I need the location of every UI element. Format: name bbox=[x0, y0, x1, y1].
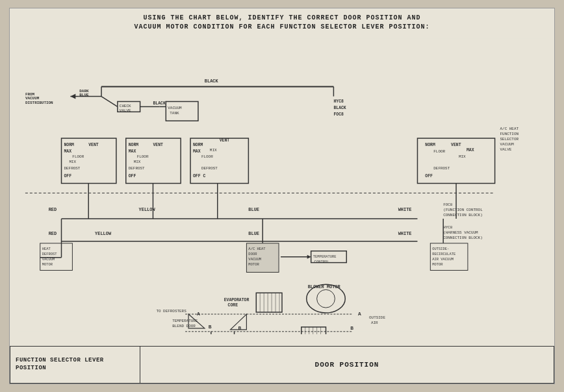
svg-text:VACUUM: VACUUM bbox=[248, 257, 261, 262]
svg-text:DISTRIBUTION: DISTRIBUTION bbox=[25, 101, 53, 105]
header-line2: VACUUM MOTOR CONDITION FOR EACH FUNCTION… bbox=[18, 23, 546, 32]
svg-text:BLACK: BLACK bbox=[153, 101, 165, 106]
door-position-label: DOOR POSITION bbox=[315, 361, 379, 369]
svg-text:AIR VACUUM: AIR VACUUM bbox=[432, 257, 454, 262]
svg-text:NORM: NORM bbox=[129, 143, 139, 147]
svg-text:A: A bbox=[197, 311, 200, 317]
svg-text:MAX: MAX bbox=[129, 149, 136, 154]
svg-text:VACUUM: VACUUM bbox=[25, 96, 40, 101]
svg-text:WHITE: WHITE bbox=[398, 231, 412, 236]
svg-text:MIX: MIX bbox=[210, 148, 217, 153]
svg-text:MIX: MIX bbox=[134, 160, 141, 164]
table-right-cell: DOOR POSITION bbox=[140, 347, 554, 383]
svg-rect-0 bbox=[18, 38, 546, 332]
svg-text:BLUE: BLUE bbox=[248, 231, 259, 236]
svg-text:MAX: MAX bbox=[193, 149, 201, 154]
svg-text:B: B bbox=[238, 325, 241, 331]
svg-text:B: B bbox=[209, 324, 212, 330]
svg-text:FLOOR: FLOOR bbox=[433, 149, 445, 154]
svg-text:CONNECTION BLOCK): CONNECTION BLOCK) bbox=[443, 213, 483, 217]
header-text: USING THE CHART BELOW, IDENTIFY THE CORR… bbox=[18, 14, 546, 32]
svg-text:CONTROL: CONTROL bbox=[314, 260, 329, 264]
svg-text:NORM: NORM bbox=[425, 143, 435, 147]
svg-text:RED: RED bbox=[49, 207, 57, 212]
svg-text:TANK: TANK bbox=[170, 111, 179, 116]
svg-text:MIX: MIX bbox=[459, 154, 466, 159]
svg-text:SELECTOR: SELECTOR bbox=[500, 137, 519, 141]
svg-text:OFF: OFF bbox=[64, 174, 71, 178]
svg-text:BLOWER MOTOR: BLOWER MOTOR bbox=[308, 284, 341, 289]
svg-text:TO DEFROSTERS: TO DEFROSTERS bbox=[156, 309, 186, 313]
svg-text:MIX: MIX bbox=[69, 160, 76, 164]
svg-text:FUNCTION: FUNCTION bbox=[500, 132, 519, 136]
svg-text:BLUE: BLUE bbox=[248, 207, 259, 212]
svg-text:(HARNESS VACUUM: (HARNESS VACUUM bbox=[443, 230, 478, 235]
svg-text:A/C HEAT: A/C HEAT bbox=[500, 127, 519, 131]
svg-text:DEFROST: DEFROST bbox=[433, 166, 450, 171]
svg-text:NORM: NORM bbox=[193, 143, 203, 147]
svg-text:MOTOR: MOTOR bbox=[432, 262, 443, 267]
svg-text:FOC8: FOC8 bbox=[333, 112, 344, 117]
svg-text:DEFROST: DEFROST bbox=[42, 252, 58, 256]
svg-text:VENT: VENT bbox=[88, 143, 99, 147]
header-line1: USING THE CHART BELOW, IDENTIFY THE CORR… bbox=[18, 14, 546, 23]
svg-text:VENT: VENT bbox=[153, 143, 163, 147]
diagram-svg: FROM VACUUM DISTRIBUTION DARK BLUE BLACK… bbox=[18, 36, 546, 334]
svg-text:VALVE: VALVE bbox=[500, 147, 512, 152]
svg-text:OUTSIDE-: OUTSIDE- bbox=[432, 247, 449, 251]
svg-text:VACUUM: VACUUM bbox=[500, 142, 515, 147]
svg-text:MAX: MAX bbox=[467, 148, 474, 153]
svg-text:RED: RED bbox=[49, 231, 57, 236]
svg-text:OFF: OFF bbox=[129, 174, 136, 178]
svg-text:FLOOR: FLOOR bbox=[201, 154, 213, 159]
svg-text:OFF C: OFF C bbox=[193, 174, 205, 178]
svg-text:DARK: DARK bbox=[79, 89, 89, 93]
svg-text:YELLOW: YELLOW bbox=[95, 231, 112, 236]
svg-text:DEFROST: DEFROST bbox=[129, 166, 145, 171]
svg-text:BLACK: BLACK bbox=[205, 79, 219, 84]
svg-text:FROM: FROM bbox=[25, 92, 35, 97]
function-selector-label: FUNCTION SELECTOR LEVER POSITION bbox=[16, 357, 135, 372]
svg-text:CONNECTION BLOCK): CONNECTION BLOCK) bbox=[443, 236, 483, 240]
svg-text:CHECK: CHECK bbox=[120, 104, 131, 108]
svg-text:FOC8: FOC8 bbox=[443, 202, 453, 207]
svg-text:OUTSIDE: OUTSIDE bbox=[369, 315, 385, 320]
svg-text:A/C HEAT: A/C HEAT bbox=[248, 247, 266, 251]
svg-text:WHITE: WHITE bbox=[398, 207, 412, 212]
svg-text:VENT: VENT bbox=[220, 138, 230, 143]
svg-text:BLUE: BLUE bbox=[79, 93, 89, 98]
diagram-area: FROM VACUUM DISTRIBUTION DARK BLUE BLACK… bbox=[18, 36, 546, 334]
svg-text:CORE: CORE bbox=[228, 303, 238, 308]
svg-text:VALVE: VALVE bbox=[120, 108, 131, 113]
svg-text:BLEND DOOR: BLEND DOOR bbox=[172, 324, 196, 328]
svg-text:A: A bbox=[358, 311, 361, 317]
svg-text:HYC8: HYC8 bbox=[333, 99, 344, 104]
svg-text:NORM: NORM bbox=[64, 143, 74, 147]
svg-text:HYC8: HYC8 bbox=[443, 225, 453, 230]
svg-text:EVAPORATOR: EVAPORATOR bbox=[224, 298, 250, 302]
svg-text:VACUUM: VACUUM bbox=[168, 106, 182, 110]
svg-text:MAX: MAX bbox=[64, 149, 71, 154]
svg-text:HEAT: HEAT bbox=[42, 247, 51, 251]
svg-text:VENT: VENT bbox=[451, 143, 461, 147]
bottom-table: FUNCTION SELECTOR LEVER POSITION DOOR PO… bbox=[10, 346, 554, 384]
svg-text:BLACK: BLACK bbox=[333, 106, 346, 110]
svg-text:OFF: OFF bbox=[425, 174, 433, 178]
main-page: USING THE CHART BELOW, IDENTIFY THE CORR… bbox=[9, 8, 555, 384]
svg-text:TEMPERATURE: TEMPERATURE bbox=[313, 254, 337, 259]
svg-text:(FUNCTION CONTROL: (FUNCTION CONTROL bbox=[443, 208, 483, 212]
svg-text:FLOOR: FLOOR bbox=[72, 154, 84, 159]
svg-text:DOOR: DOOR bbox=[248, 252, 257, 256]
svg-text:MOTOR: MOTOR bbox=[248, 262, 259, 267]
svg-text:AIR: AIR bbox=[371, 321, 378, 325]
svg-text:DEFROST: DEFROST bbox=[64, 166, 80, 171]
svg-text:MOTOR: MOTOR bbox=[42, 262, 53, 267]
svg-text:DEFROST: DEFROST bbox=[201, 166, 218, 171]
svg-text:FLOOR: FLOOR bbox=[137, 154, 149, 159]
svg-text:RECIRCULATE: RECIRCULATE bbox=[432, 252, 455, 256]
table-left-cell: FUNCTION SELECTOR LEVER POSITION bbox=[10, 347, 140, 383]
svg-text:B: B bbox=[350, 325, 353, 331]
